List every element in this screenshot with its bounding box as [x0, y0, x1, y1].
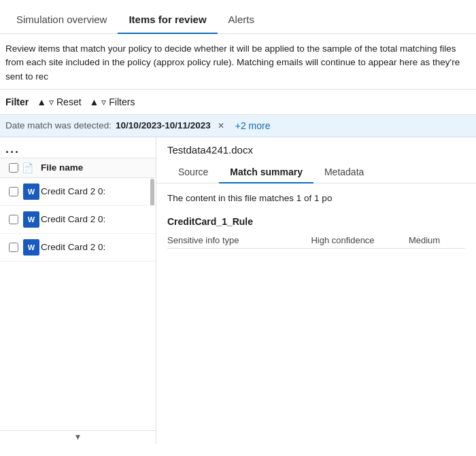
description-text: Review items that match your policy to d…: [0, 34, 476, 90]
file-name-1: Credit Card 2 0:: [41, 186, 150, 196]
reset-label: Reset: [56, 97, 82, 107]
high-confidence-header: High confidence: [302, 235, 384, 245]
medium-confidence-header: Medium: [384, 235, 465, 245]
more-options-button[interactable]: ...: [5, 143, 20, 155]
tab-items-for-review[interactable]: Items for review: [118, 5, 217, 33]
file-name-2: Credit Card 2 0:: [41, 214, 150, 224]
file-list: Credit Card 2 0: Credit Card 2 0: Credit: [0, 178, 156, 430]
more-filters-button[interactable]: +2 more: [235, 120, 271, 131]
left-panel-header: ...: [0, 137, 156, 158]
tab-metadata[interactable]: Metadata: [313, 161, 375, 183]
file-name-3: Credit Card 2 0:: [41, 242, 150, 252]
filters-label: Filters: [109, 97, 135, 107]
main-content: ... 📄 File name Credit Card 2 0:: [0, 137, 476, 444]
filters-icon: ▲ ▿: [90, 97, 107, 107]
file-list-header: 📄 File name: [0, 158, 156, 178]
filter-tag-label: Date match was detected:: [5, 120, 112, 130]
filter-bar: Filter ▲ ▿ Reset ▲ ▿ Filters: [0, 90, 476, 115]
sensitive-info-type-header: Sensitive info type: [167, 235, 302, 245]
select-all-checkbox-col: [5, 163, 22, 173]
checkbox-2[interactable]: [9, 215, 18, 224]
rule-title: CreditCard_1_Rule: [167, 216, 465, 227]
tab-alerts[interactable]: Alerts: [218, 5, 265, 33]
right-panel-tabs: Source Match summary Metadata: [167, 161, 465, 183]
filter-tag: Date match was detected: 10/10/2023-10/1…: [5, 120, 224, 130]
tab-simulation-overview[interactable]: Simulation overview: [5, 5, 118, 33]
word-icon-3: [23, 239, 39, 256]
main-tabs: Simulation overview Items for review Ale…: [0, 0, 476, 34]
filter-tag-value: 10/10/2023-10/11/2023: [116, 120, 211, 130]
reset-filter-icon: ▲ ▿: [37, 97, 54, 107]
file-row[interactable]: Credit Card 2 0:: [0, 234, 156, 262]
reset-button[interactable]: ▲ ▿ Reset: [37, 97, 81, 107]
tab-source[interactable]: Source: [167, 161, 219, 183]
word-icon-1: [23, 183, 39, 200]
left-panel: ... 📄 File name Credit Card 2 0:: [0, 137, 156, 444]
right-panel: Testdata4241.docx Source Match summary M…: [156, 137, 476, 444]
file-checkbox-2[interactable]: [5, 215, 22, 224]
scroll-down-arrow[interactable]: ▼: [0, 430, 156, 444]
word-doc-icon-2: [22, 211, 41, 228]
scrollbar[interactable]: [149, 158, 156, 177]
active-filter-bar: Date match was detected: 10/10/2023-10/1…: [0, 115, 476, 137]
match-description: The content in this file matches 1 of 1 …: [167, 192, 465, 205]
file-type-icon: 📄: [22, 162, 33, 173]
sensitivity-header: Sensitive info type High confidence Medi…: [167, 235, 465, 249]
right-panel-body: The content in this file matches 1 of 1 …: [156, 183, 476, 444]
select-all-checkbox[interactable]: [9, 163, 18, 173]
selected-file-title: Testdata4241.docx: [167, 144, 465, 161]
right-panel-header: Testdata4241.docx Source Match summary M…: [156, 137, 476, 183]
word-icon-2: [23, 211, 39, 228]
filter-tag-close-button[interactable]: ✕: [218, 121, 224, 130]
filters-button[interactable]: ▲ ▿ Filters: [90, 97, 135, 107]
file-checkbox-1[interactable]: [5, 187, 22, 196]
file-name-column-header: File name: [41, 162, 150, 173]
file-checkbox-3[interactable]: [5, 243, 22, 252]
word-doc-icon-3: [22, 239, 41, 256]
checkbox-1[interactable]: [9, 187, 18, 196]
file-row[interactable]: Credit Card 2 0:: [0, 178, 156, 206]
word-doc-icon-1: [22, 183, 41, 200]
filter-label: Filter: [5, 97, 29, 107]
checkbox-3[interactable]: [9, 243, 18, 252]
file-row[interactable]: Credit Card 2 0:: [0, 206, 156, 234]
file-icon-col: 📄: [22, 162, 41, 173]
tab-match-summary[interactable]: Match summary: [219, 161, 313, 183]
